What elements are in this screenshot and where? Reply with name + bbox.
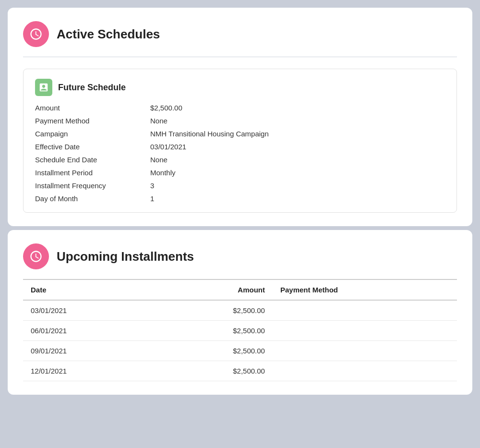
table-column-amount: Amount	[153, 279, 273, 300]
cell-date: 12/01/2021	[23, 361, 153, 381]
installments-table: DateAmountPayment Method 03/01/2021$2,50…	[23, 279, 457, 381]
detail-label: Installment Frequency	[35, 182, 150, 190]
table-row: 09/01/2021$2,500.00	[23, 341, 457, 361]
cell-amount: $2,500.00	[153, 361, 273, 381]
detail-label: Campaign	[35, 130, 150, 138]
cell-date: 06/01/2021	[23, 321, 153, 341]
upcoming-installments-icon	[23, 243, 49, 269]
cell-amount: $2,500.00	[153, 300, 273, 321]
detail-value: 03/01/2021	[150, 143, 445, 151]
cell-amount: $2,500.00	[153, 321, 273, 341]
cell-payment-method	[273, 300, 457, 321]
detail-value: $2,500.00	[150, 104, 445, 112]
table-row: 12/01/2021$2,500.00	[23, 361, 457, 381]
detail-label: Effective Date	[35, 143, 150, 151]
page-wrapper: Active Schedules Future Schedule Amount$…	[0, 0, 480, 448]
upcoming-installments-title: Upcoming Installments	[57, 249, 194, 264]
detail-grid: Amount$2,500.00Payment MethodNoneCampaig…	[35, 104, 445, 203]
future-schedule-icon	[35, 79, 52, 96]
divider	[23, 57, 457, 57]
detail-label: Installment Period	[35, 169, 150, 177]
detail-value: 1	[150, 194, 445, 203]
active-schedules-card: Active Schedules Future Schedule Amount$…	[8, 8, 472, 226]
table-row: 06/01/2021$2,500.00	[23, 321, 457, 341]
cell-payment-method	[273, 341, 457, 361]
table-body: 03/01/2021$2,500.0006/01/2021$2,500.0009…	[23, 300, 457, 381]
detail-label: Day of Month	[35, 194, 150, 203]
future-schedule-box: Future Schedule Amount$2,500.00Payment M…	[23, 69, 457, 213]
cell-amount: $2,500.00	[153, 341, 273, 361]
detail-label: Schedule End Date	[35, 156, 150, 164]
detail-value: None	[150, 117, 445, 125]
future-schedule-title: Future Schedule	[58, 83, 126, 93]
cell-date: 09/01/2021	[23, 341, 153, 361]
table-row: 03/01/2021$2,500.00	[23, 300, 457, 321]
detail-value: 3	[150, 182, 445, 190]
detail-value: None	[150, 156, 445, 164]
future-schedule-header: Future Schedule	[35, 79, 445, 96]
cell-date: 03/01/2021	[23, 300, 153, 321]
detail-value: Monthly	[150, 169, 445, 177]
cell-payment-method	[273, 321, 457, 341]
table-column-paymentMethod: Payment Method	[273, 279, 457, 300]
detail-label: Payment Method	[35, 117, 150, 125]
active-schedules-icon	[23, 21, 49, 47]
detail-value: NMH Transitional Housing Campaign	[150, 130, 445, 138]
active-schedules-header: Active Schedules	[23, 21, 457, 47]
table-column-date: Date	[23, 279, 153, 300]
upcoming-installments-header: Upcoming Installments	[23, 243, 457, 269]
upcoming-installments-card: Upcoming Installments DateAmountPayment …	[8, 230, 472, 395]
cell-payment-method	[273, 361, 457, 381]
detail-label: Amount	[35, 104, 150, 112]
table-header-row: DateAmountPayment Method	[23, 279, 457, 300]
active-schedules-title: Active Schedules	[57, 27, 160, 42]
